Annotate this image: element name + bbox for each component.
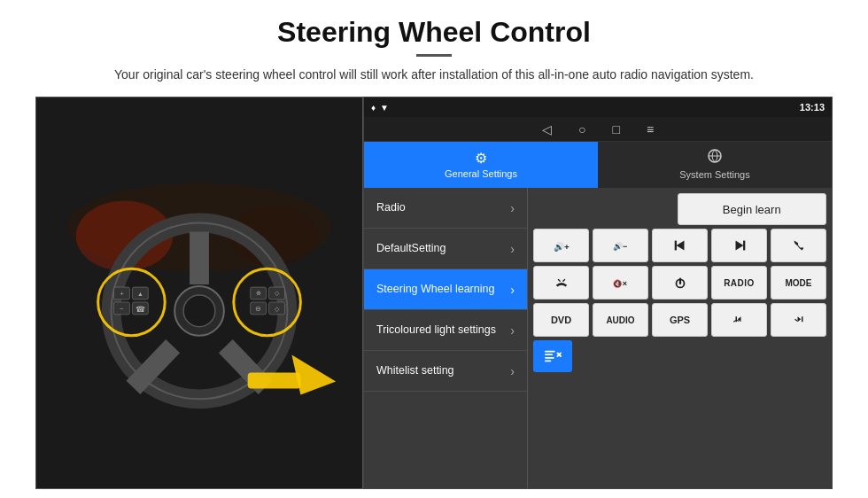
power-button[interactable]: [652, 266, 708, 300]
hang-up-button[interactable]: [533, 266, 589, 300]
menu-radio-arrow: ›: [510, 201, 515, 215]
radio-button[interactable]: RADIO: [711, 266, 767, 300]
phone-prev-button[interactable]: [711, 303, 767, 337]
menu-item-radio[interactable]: Radio ›: [364, 188, 527, 229]
controls-area: Begin learn 🔊+ 🔊−: [528, 188, 832, 488]
next-track-button[interactable]: [711, 229, 767, 262]
title-divider: [416, 54, 452, 57]
menu-nav-icon[interactable]: ≡: [647, 122, 654, 136]
tab-system-settings[interactable]: System Settings: [598, 142, 832, 188]
back-nav-icon[interactable]: ◁: [542, 122, 552, 136]
svg-rect-44: [735, 316, 737, 322]
audio-button[interactable]: AUDIO: [593, 303, 648, 337]
begin-learn-spacer: [533, 193, 674, 225]
svg-rect-36: [674, 241, 676, 251]
content-area: + − ▲ ☎ ⊕ ⊖ ◇ ◇: [35, 97, 833, 489]
menu-item-whitelist[interactable]: Whitelist setting ›: [364, 351, 527, 392]
system-settings-icon: [707, 148, 723, 167]
status-bar-icons: ♦ ▼: [371, 103, 389, 113]
begin-learn-button[interactable]: Begin learn: [678, 193, 827, 225]
recent-nav-icon[interactable]: □: [612, 122, 619, 136]
svg-rect-47: [545, 351, 555, 353]
gps-button[interactable]: GPS: [652, 303, 708, 337]
vol-up-button[interactable]: 🔊+: [533, 229, 589, 262]
phone-answer-button[interactable]: [771, 229, 826, 262]
mode-button[interactable]: MODE: [771, 266, 826, 300]
svg-rect-50: [545, 361, 551, 362]
svg-text:+: +: [120, 289, 124, 297]
menu-default-label: DefaultSetting: [376, 241, 446, 255]
svg-rect-30: [248, 372, 301, 388]
page-subtitle: Your original car's steering wheel contr…: [114, 66, 754, 84]
menu-item-steering-wheel[interactable]: Steering Wheel learning ›: [364, 269, 527, 310]
main-content: Radio › DefaultSetting › Steering Wheel …: [364, 188, 832, 488]
dvd-button[interactable]: DVD: [533, 303, 589, 337]
svg-text:⊕: ⊕: [256, 289, 261, 295]
menu-tricoloured-arrow: ›: [510, 323, 515, 338]
svg-text:🔇: 🔇: [613, 279, 623, 289]
controls-row-2: 🔊+ 🔊−: [533, 229, 826, 262]
menu-radio-label: Radio: [376, 200, 406, 214]
svg-text:🔊+: 🔊+: [554, 241, 570, 253]
whitelist-row: [533, 340, 826, 372]
tab-system-label: System Settings: [679, 169, 749, 180]
svg-rect-46: [802, 316, 803, 322]
mute-button[interactable]: 🔇 ×: [593, 266, 648, 300]
menu-default-arrow: ›: [510, 242, 515, 256]
tab-general-settings[interactable]: ⚙ General Settings: [364, 142, 598, 188]
menu-whitelist-label: Whitelist setting: [376, 363, 454, 377]
svg-rect-48: [545, 354, 553, 355]
menu-item-defaultsetting[interactable]: DefaultSetting ›: [364, 229, 527, 269]
svg-text:🔊−: 🔊−: [613, 241, 627, 252]
whitelist-icon-button[interactable]: [533, 340, 572, 372]
tab-bar: ⚙ General Settings System Settings: [364, 142, 832, 188]
svg-text:−: −: [120, 304, 124, 312]
controls-row-4: DVD AUDIO GPS: [533, 303, 826, 337]
svg-marker-45: [797, 316, 801, 322]
steering-wheel-svg: + − ▲ ☎ ⊕ ⊖ ◇ ◇: [36, 156, 362, 431]
svg-marker-35: [676, 241, 684, 251]
menu-steering-label: Steering Wheel learning: [376, 282, 494, 296]
menu-steering-arrow: ›: [510, 283, 515, 297]
svg-text:☎: ☎: [136, 304, 145, 313]
svg-rect-49: [545, 357, 554, 359]
android-panel: ♦ ▼ 13:13 ◁ ○ □ ≡ ⚙ General Settings: [363, 97, 833, 489]
skip-next-button[interactable]: [771, 303, 826, 337]
begin-learn-row: Begin learn: [533, 193, 826, 225]
svg-point-10: [183, 294, 215, 326]
nav-bar: ◁ ○ □ ≡: [364, 117, 832, 142]
prev-track-button[interactable]: [652, 229, 708, 262]
menu-list: Radio › DefaultSetting › Steering Wheel …: [364, 188, 528, 488]
tab-general-label: General Settings: [445, 168, 517, 179]
controls-row-3: 🔇 × RADIO MODE: [533, 266, 826, 300]
home-nav-icon[interactable]: ○: [578, 122, 585, 136]
page-wrapper: Steering Wheel Control Your original car…: [0, 0, 868, 498]
page-title: Steering Wheel Control: [277, 16, 591, 49]
status-bar-right: 13:13: [800, 102, 825, 113]
svg-rect-38: [743, 241, 745, 251]
vol-down-button[interactable]: 🔊−: [593, 229, 648, 262]
steering-wheel-image: + − ▲ ☎ ⊕ ⊖ ◇ ◇: [35, 97, 363, 489]
status-bar: ♦ ▼ 13:13: [364, 97, 832, 117]
menu-item-tricoloured[interactable]: Tricoloured light settings ›: [364, 310, 527, 351]
menu-tricoloured-label: Tricoloured light settings: [376, 323, 496, 337]
svg-text:×: ×: [622, 279, 626, 288]
signal-icon: ▼: [380, 103, 389, 113]
svg-text:⊖: ⊖: [255, 304, 261, 312]
location-icon: ♦: [371, 103, 376, 113]
svg-marker-37: [735, 241, 743, 251]
svg-text:▲: ▲: [137, 290, 143, 296]
menu-whitelist-arrow: ›: [510, 364, 515, 378]
general-settings-icon: ⚙: [475, 150, 487, 167]
clock: 13:13: [800, 102, 825, 113]
